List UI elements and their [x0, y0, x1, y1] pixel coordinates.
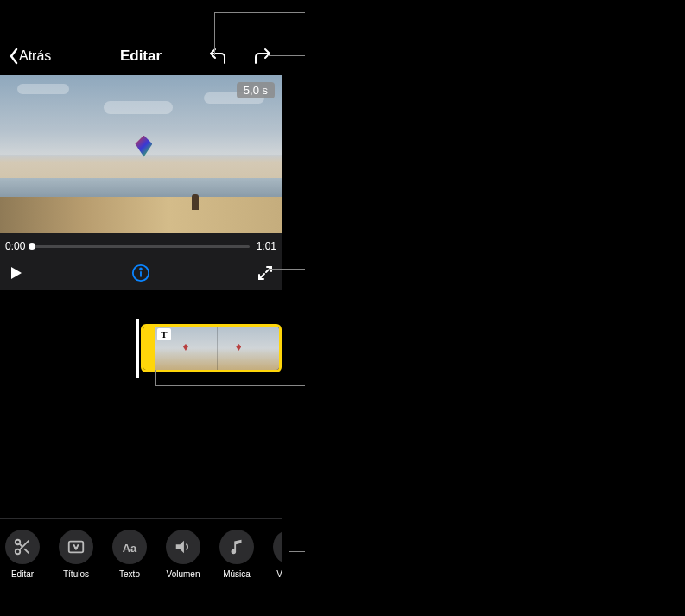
tool-edit[interactable]: Editar — [5, 530, 40, 579]
svg-line-10 — [19, 543, 22, 547]
beach-area — [0, 197, 282, 233]
back-button[interactable]: Atrás — [9, 48, 51, 65]
undo-button[interactable] — [207, 46, 228, 67]
svg-point-7 — [16, 549, 21, 555]
top-toolbar: Atrás Editar — [0, 37, 282, 75]
tool-volume[interactable]: Volumen — [166, 530, 200, 579]
info-button[interactable] — [131, 264, 150, 286]
expand-icon — [257, 265, 273, 281]
tool-label: Música — [223, 569, 251, 579]
redo-icon — [252, 46, 273, 67]
callout-line — [214, 12, 215, 55]
clip-thumbnail: T — [155, 327, 218, 370]
callout-line — [155, 370, 156, 385]
duration-badge: 5,0 s — [237, 82, 275, 98]
back-label: Atrás — [19, 48, 51, 64]
tool-label: Títulos — [63, 569, 89, 579]
redo-button[interactable] — [252, 46, 273, 67]
svg-marker-14 — [176, 541, 184, 554]
callout-line — [155, 385, 305, 386]
tool-label: Volumen — [167, 569, 200, 579]
tool-label: Ve — [276, 569, 282, 579]
clip-trim-handle-left[interactable] — [143, 327, 155, 370]
svg-point-15 — [232, 549, 237, 555]
svg-marker-0 — [11, 267, 22, 279]
tool-titles[interactable]: Títulos — [59, 530, 93, 579]
play-icon — [9, 265, 24, 281]
person-shape — [192, 194, 199, 210]
video-preview[interactable]: 5,0 s — [0, 75, 282, 233]
timeline[interactable]: T — [0, 321, 282, 376]
svg-point-6 — [16, 540, 21, 545]
tool-music[interactable]: Música — [219, 530, 254, 579]
chevron-left-icon — [9, 48, 19, 65]
tool-label: Editar — [11, 569, 34, 579]
title-indicator-badge: T — [157, 328, 171, 340]
total-time-label: 1:01 — [257, 240, 276, 252]
undo-icon — [207, 46, 228, 67]
tool-more[interactable]: Ve — [273, 530, 282, 579]
scrubber-row: 0:00 1:01 — [0, 233, 282, 259]
music-note-icon — [227, 537, 246, 556]
clip-thumbnail — [218, 327, 279, 370]
callout-line — [289, 551, 305, 552]
page-title: Editar — [120, 48, 162, 65]
playhead[interactable] — [136, 319, 139, 378]
svg-text:Aa: Aa — [123, 542, 137, 555]
selected-clip[interactable]: T — [141, 324, 282, 372]
info-icon — [131, 264, 150, 283]
play-button[interactable] — [9, 265, 24, 284]
callout-line — [214, 12, 305, 13]
tool-text[interactable]: Aa Texto — [112, 530, 147, 579]
svg-line-9 — [24, 549, 29, 553]
bottom-toolbar: Editar Títulos Aa Texto Volumen Música — [0, 519, 282, 579]
scrubber-thumb[interactable] — [29, 243, 35, 250]
tool-label: Texto — [119, 569, 140, 579]
callout-line — [268, 55, 305, 56]
scissors-icon — [13, 537, 32, 556]
water-area — [0, 178, 282, 197]
speaker-icon — [174, 537, 193, 556]
callout-line — [268, 269, 305, 270]
scrubber-track[interactable] — [32, 245, 249, 248]
current-time-label: 0:00 — [5, 240, 25, 252]
playback-controls — [0, 259, 282, 290]
svg-point-3 — [140, 269, 142, 270]
text-icon: Aa — [120, 537, 139, 556]
titles-icon — [67, 537, 86, 556]
